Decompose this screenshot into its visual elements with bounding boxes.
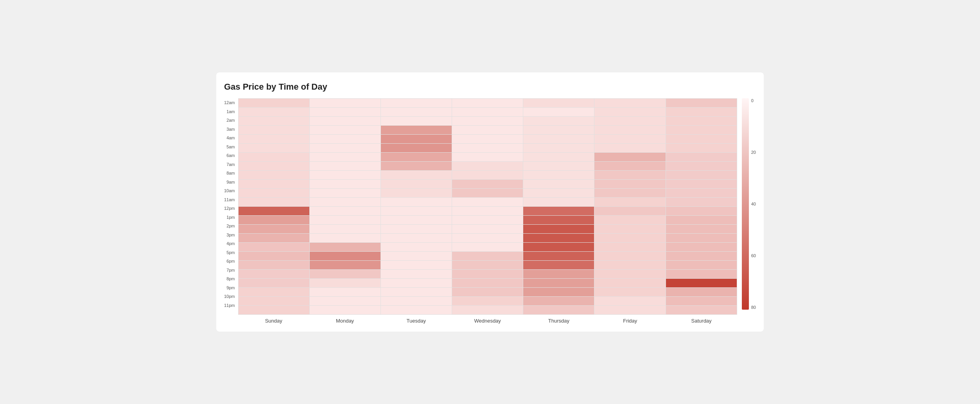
heatmap-cell xyxy=(523,288,594,296)
y-label: 8am xyxy=(224,169,235,177)
heatmap-cell xyxy=(666,153,737,161)
x-label: Sunday xyxy=(238,318,309,324)
heatmap-cell xyxy=(310,207,381,215)
heatmap-cell xyxy=(239,279,309,287)
heatmap-cell xyxy=(310,117,381,125)
heatmap-cell xyxy=(381,207,452,215)
x-label: Thursday xyxy=(523,318,594,324)
chart-title: Gas Price by Time of Day xyxy=(224,82,756,92)
heatmap-cell xyxy=(523,180,594,188)
heatmap-cell xyxy=(239,261,309,269)
y-label: 11pm xyxy=(224,301,235,310)
heatmap-cell xyxy=(452,270,523,278)
y-label: 6am xyxy=(224,151,235,160)
heatmap-cell xyxy=(310,216,381,224)
heatmap-cell xyxy=(310,297,381,305)
heatmap-cell xyxy=(594,216,665,224)
y-label: 4pm xyxy=(224,239,235,248)
heatmap-cell xyxy=(381,117,452,125)
y-axis: 12am1am2am3am4am5am6am7am8am9am10am11am1… xyxy=(224,98,238,324)
x-label: Friday xyxy=(594,318,666,324)
heatmap-cell xyxy=(310,252,381,260)
heatmap-cell xyxy=(239,252,309,260)
heatmap-cell xyxy=(523,297,594,305)
heatmap-cell xyxy=(452,180,523,188)
heatmap-cell xyxy=(239,126,309,134)
heatmap-cell xyxy=(594,153,665,161)
x-labels: SundayMondayTuesdayWednesdayThursdayFrid… xyxy=(238,318,737,324)
heatmap-cell xyxy=(594,297,665,305)
heatmap-cell xyxy=(381,270,452,278)
heatmap-cell xyxy=(381,306,452,314)
heatmap-cell xyxy=(666,207,737,215)
legend-label: 40 xyxy=(751,202,756,206)
heatmap-cell xyxy=(523,252,594,260)
y-label: 5pm xyxy=(224,248,235,257)
heatmap-cell xyxy=(452,117,523,125)
heatmap-cell xyxy=(239,234,309,242)
y-label: 3pm xyxy=(224,231,235,239)
heatmap-cell xyxy=(381,180,452,188)
heatmap-cell xyxy=(666,135,737,143)
y-label: 12pm xyxy=(224,204,235,213)
heatmap-cell xyxy=(310,270,381,278)
heatmap-cell xyxy=(239,198,309,206)
heatmap-cell xyxy=(523,162,594,170)
y-label: 2am xyxy=(224,116,235,124)
heatmap-cell xyxy=(381,234,452,242)
heatmap-cell xyxy=(310,225,381,233)
legend-label: 60 xyxy=(751,253,756,258)
heatmap-cell xyxy=(452,207,523,215)
heatmap-cell xyxy=(381,153,452,161)
heatmap-cell xyxy=(310,189,381,197)
heatmap-cell xyxy=(381,99,452,107)
heatmap-cell xyxy=(594,243,665,251)
heatmap-cell xyxy=(310,153,381,161)
heatmap-cell xyxy=(381,189,452,197)
heatmap-cell xyxy=(239,225,309,233)
heatmap-cell xyxy=(666,225,737,233)
heatmap-cell xyxy=(310,99,381,107)
heatmap-cell xyxy=(666,261,737,269)
heatmap-cell xyxy=(594,135,665,143)
heatmap-cell xyxy=(523,108,594,116)
heatmap-cell xyxy=(666,171,737,179)
heatmap-cell xyxy=(666,306,737,314)
y-label: 1am xyxy=(224,107,235,116)
heatmap-cell xyxy=(452,216,523,224)
heatmap-cell xyxy=(523,153,594,161)
heatmap-cell xyxy=(381,162,452,170)
heatmap-cell xyxy=(594,117,665,125)
heatmap-cell xyxy=(523,279,594,287)
heatmap-cell xyxy=(594,180,665,188)
heatmap-cell xyxy=(594,270,665,278)
heatmap-cell xyxy=(523,243,594,251)
heatmap-cell xyxy=(381,144,452,152)
heatmap-area: SundayMondayTuesdayWednesdayThursdayFrid… xyxy=(238,98,737,324)
heatmap-cell xyxy=(666,288,737,296)
y-label: 10pm xyxy=(224,292,235,301)
legend-labels: 020406080 xyxy=(749,98,756,310)
heatmap-cell xyxy=(594,279,665,287)
heatmap-cell xyxy=(523,117,594,125)
heatmap-cell xyxy=(594,207,665,215)
heatmap-cell xyxy=(239,207,309,215)
heatmap-cell xyxy=(239,180,309,188)
heatmap-cell xyxy=(310,144,381,152)
heatmap-cell xyxy=(381,135,452,143)
y-label: 10am xyxy=(224,186,235,195)
heatmap-cell xyxy=(594,162,665,170)
y-label: 9am xyxy=(224,178,235,186)
heatmap-cell xyxy=(381,252,452,260)
heatmap-cell xyxy=(666,270,737,278)
heatmap-cell xyxy=(310,288,381,296)
heatmap-cell xyxy=(666,99,737,107)
heatmap-cell xyxy=(452,234,523,242)
heatmap-cell xyxy=(381,171,452,179)
heatmap-cell xyxy=(239,216,309,224)
heatmap-cell xyxy=(666,243,737,251)
y-label: 4am xyxy=(224,133,235,142)
y-label: 9pm xyxy=(224,283,235,292)
heatmap-cell xyxy=(310,108,381,116)
heatmap-cell xyxy=(452,162,523,170)
